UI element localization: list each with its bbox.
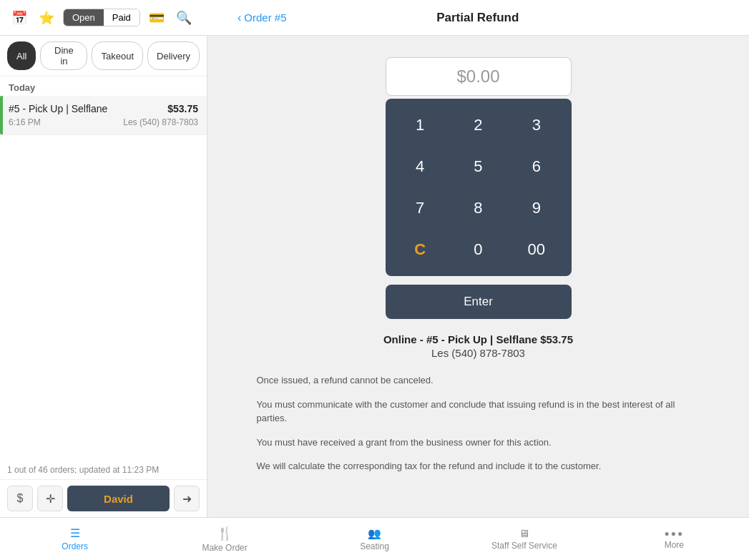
num-6[interactable]: 6 <box>509 147 564 186</box>
right-panel: $0.00 1 2 3 4 5 6 7 8 9 C 0 00 Enter Onl… <box>207 36 749 517</box>
staff-name-button[interactable]: David <box>67 486 170 511</box>
order-contact: Les (540) 878-7803 <box>123 117 198 127</box>
status-bar <box>0 96 3 134</box>
order-info-line1: Online - #5 - Pick Up | Selflane $53.75 <box>383 333 573 345</box>
disclaimer-line1: Once issued, a refund cannot be canceled… <box>257 373 700 388</box>
seating-icon: 👥 <box>368 527 381 540</box>
numpad: 1 2 3 4 5 6 7 8 9 C 0 00 <box>386 99 572 276</box>
nav-more-label: More <box>665 540 684 550</box>
dollar-button[interactable]: $ <box>7 486 33 511</box>
nav-orders-label: Orders <box>62 541 88 551</box>
sidebar-bottom: $ ✛ David ➜ <box>0 479 207 517</box>
sidebar-footer-text: 1 out of 46 orders; updated at 11:23 PM <box>0 462 207 479</box>
nav-orders[interactable]: ☰ Orders <box>0 524 150 554</box>
disclaimer-line4: We will calculate the corresponding tax … <box>257 459 700 473</box>
order-name: #5 - Pick Up | Selflane <box>9 103 107 114</box>
numpad-container: $0.00 1 2 3 4 5 6 7 8 9 C 0 00 Enter <box>386 57 572 319</box>
filter-delivery[interactable]: Delivery <box>147 41 200 70</box>
top-bar-left: 📅 ⭐ Open Paid 💳 🔍 <box>9 7 216 29</box>
orders-icon: ☰ <box>70 526 80 540</box>
order-item[interactable]: #5 - Pick Up | Selflane $53.75 6:16 PM L… <box>0 96 207 135</box>
card-icon[interactable]: 💳 <box>146 7 167 29</box>
order-item-bottom: 6:16 PM Les (540) 878-7803 <box>9 117 198 127</box>
search-icon[interactable]: 🔍 <box>173 7 195 29</box>
num-9[interactable]: 9 <box>509 189 564 227</box>
num-8[interactable]: 8 <box>451 189 506 227</box>
open-btn[interactable]: Open <box>64 9 104 26</box>
num-5[interactable]: 5 <box>451 147 506 186</box>
more-icon: ●●● <box>664 529 684 539</box>
logout-button[interactable]: ➜ <box>174 486 200 511</box>
num-00[interactable]: 00 <box>509 230 564 269</box>
disclaimer-line2: You must communicate with the customer a… <box>257 398 700 426</box>
back-label: Order #5 <box>244 11 286 24</box>
nav-seating[interactable]: 👥 Seating <box>300 524 449 554</box>
top-bar-right: ‹ Order #5 Partial Refund <box>223 11 740 25</box>
filter-bar: All Dine in Takeout Delivery <box>0 36 207 77</box>
num-2[interactable]: 2 <box>451 106 506 144</box>
date-label: Today <box>0 77 207 96</box>
nav-make-order[interactable]: 🍴 Make Order <box>150 523 299 556</box>
nav-staff-self-service-label: Staff Self Service <box>491 541 557 551</box>
filter-takeout[interactable]: Takeout <box>92 41 143 70</box>
nav-seating-label: Seating <box>360 541 389 551</box>
amount-display: $0.00 <box>386 57 572 96</box>
order-time: 6:16 PM <box>9 117 41 127</box>
main-content: All Dine in Takeout Delivery Today #5 - … <box>0 36 749 517</box>
disclaimer-line3: You must have received a grant from the … <box>257 436 700 450</box>
paid-btn[interactable]: Paid <box>104 9 139 26</box>
order-info: Online - #5 - Pick Up | Selflane $53.75 … <box>383 333 573 359</box>
num-0[interactable]: 0 <box>451 230 506 269</box>
sidebar: All Dine in Takeout Delivery Today #5 - … <box>0 36 207 517</box>
nav-more[interactable]: ●●● More <box>599 526 749 553</box>
top-bar: 📅 ⭐ Open Paid 💳 🔍 ‹ Order #5 Partial Ref… <box>0 0 749 36</box>
disclaimer: Once issued, a refund cannot be canceled… <box>257 373 700 483</box>
order-amount: $53.75 <box>167 103 198 114</box>
calendar-icon[interactable]: 📅 <box>9 7 30 29</box>
order-item-top: #5 - Pick Up | Selflane $53.75 <box>9 103 198 114</box>
num-7[interactable]: 7 <box>393 189 448 227</box>
num-1[interactable]: 1 <box>393 106 448 144</box>
nav-make-order-label: Make Order <box>202 543 247 553</box>
filter-dine-in[interactable]: Dine in <box>40 41 87 70</box>
move-button[interactable]: ✛ <box>37 486 63 511</box>
bottom-nav: ☰ Orders 🍴 Make Order 👥 Seating 🖥 Staff … <box>0 517 749 560</box>
staff-self-service-icon: 🖥 <box>519 527 529 539</box>
order-info-line2: Les (540) 878-7803 <box>383 347 573 359</box>
back-button[interactable]: ‹ Order #5 <box>238 11 287 24</box>
star-icon[interactable]: ⭐ <box>36 7 57 29</box>
nav-staff-self-service[interactable]: 🖥 Staff Self Service <box>449 524 599 554</box>
filter-all[interactable]: All <box>7 41 36 70</box>
num-3[interactable]: 3 <box>509 106 564 144</box>
chevron-left-icon: ‹ <box>238 11 241 24</box>
page-title: Partial Refund <box>436 11 519 25</box>
order-filter-toggle: Open Paid <box>63 9 140 26</box>
num-clear[interactable]: C <box>393 230 448 269</box>
enter-button[interactable]: Enter <box>386 285 572 319</box>
num-4[interactable]: 4 <box>393 147 448 186</box>
make-order-icon: 🍴 <box>217 526 232 541</box>
